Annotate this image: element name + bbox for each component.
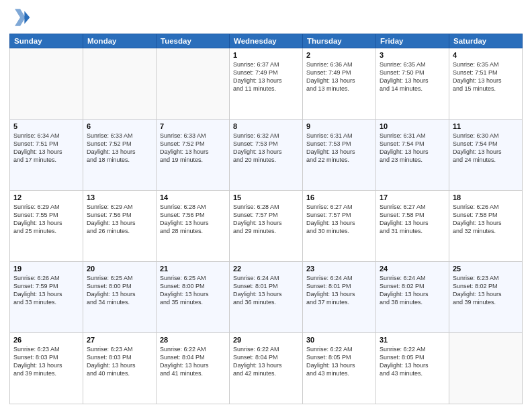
day-number: 19 xyxy=(13,265,79,273)
day-info: Sunrise: 6:37 AM Sunset: 7:49 PM Dayligh… xyxy=(233,60,299,93)
day-cell: 15Sunrise: 6:28 AM Sunset: 7:57 PM Dayli… xyxy=(230,191,303,262)
day-cell: 28Sunrise: 6:22 AM Sunset: 8:04 PM Dayli… xyxy=(157,333,230,404)
day-info: Sunrise: 6:29 AM Sunset: 7:56 PM Dayligh… xyxy=(87,203,152,236)
day-cell: 10Sunrise: 6:31 AM Sunset: 7:54 PM Dayli… xyxy=(376,120,449,191)
day-info: Sunrise: 6:22 AM Sunset: 8:04 PM Dayligh… xyxy=(160,345,226,378)
day-info: Sunrise: 6:23 AM Sunset: 8:02 PM Dayligh… xyxy=(453,274,519,307)
day-info: Sunrise: 6:31 AM Sunset: 7:53 PM Dayligh… xyxy=(306,132,372,165)
week-row-2: 12Sunrise: 6:29 AM Sunset: 7:55 PM Dayli… xyxy=(10,191,523,262)
day-info: Sunrise: 6:35 AM Sunset: 7:50 PM Dayligh… xyxy=(380,60,445,93)
day-cell: 2Sunrise: 6:36 AM Sunset: 7:49 PM Daylig… xyxy=(303,48,376,120)
day-number: 14 xyxy=(160,193,226,201)
day-cell: 30Sunrise: 6:22 AM Sunset: 8:05 PM Dayli… xyxy=(303,333,376,404)
week-row-0: 1Sunrise: 6:37 AM Sunset: 7:49 PM Daylig… xyxy=(10,48,523,120)
day-info: Sunrise: 6:22 AM Sunset: 8:04 PM Dayligh… xyxy=(233,345,299,378)
day-info: Sunrise: 6:33 AM Sunset: 7:52 PM Dayligh… xyxy=(160,132,226,165)
day-cell xyxy=(157,48,230,120)
day-cell: 20Sunrise: 6:25 AM Sunset: 8:00 PM Dayli… xyxy=(83,262,157,333)
day-info: Sunrise: 6:33 AM Sunset: 7:52 PM Dayligh… xyxy=(87,132,152,165)
day-number: 3 xyxy=(380,51,445,59)
day-number: 13 xyxy=(87,193,152,201)
day-number: 12 xyxy=(13,193,79,201)
day-cell: 1Sunrise: 6:37 AM Sunset: 7:49 PM Daylig… xyxy=(230,48,303,120)
day-info: Sunrise: 6:25 AM Sunset: 8:00 PM Dayligh… xyxy=(87,274,152,307)
page: SundayMondayTuesdayWednesdayThursdayFrid… xyxy=(0,0,532,411)
day-info: Sunrise: 6:23 AM Sunset: 8:03 PM Dayligh… xyxy=(87,345,152,378)
day-number: 8 xyxy=(233,122,299,130)
day-number: 21 xyxy=(160,265,226,273)
day-number: 10 xyxy=(380,122,445,130)
day-info: Sunrise: 6:24 AM Sunset: 8:02 PM Dayligh… xyxy=(380,274,445,307)
day-cell: 14Sunrise: 6:28 AM Sunset: 7:56 PM Dayli… xyxy=(157,191,230,262)
day-cell: 24Sunrise: 6:24 AM Sunset: 8:02 PM Dayli… xyxy=(376,262,449,333)
day-cell: 18Sunrise: 6:26 AM Sunset: 7:58 PM Dayli… xyxy=(449,191,523,262)
day-info: Sunrise: 6:32 AM Sunset: 7:53 PM Dayligh… xyxy=(233,132,299,165)
day-number: 30 xyxy=(306,336,372,344)
day-info: Sunrise: 6:35 AM Sunset: 7:51 PM Dayligh… xyxy=(453,60,519,93)
logo xyxy=(9,7,34,28)
day-info: Sunrise: 6:26 AM Sunset: 7:58 PM Dayligh… xyxy=(453,203,519,236)
day-info: Sunrise: 6:36 AM Sunset: 7:49 PM Dayligh… xyxy=(306,60,372,93)
day-number: 29 xyxy=(233,336,299,344)
calendar-header: SundayMondayTuesdayWednesdayThursdayFrid… xyxy=(10,34,523,48)
day-info: Sunrise: 6:30 AM Sunset: 7:54 PM Dayligh… xyxy=(453,132,519,165)
week-row-3: 19Sunrise: 6:26 AM Sunset: 7:59 PM Dayli… xyxy=(10,262,523,333)
day-number: 22 xyxy=(233,265,299,273)
week-row-1: 5Sunrise: 6:34 AM Sunset: 7:51 PM Daylig… xyxy=(10,120,523,191)
day-info: Sunrise: 6:29 AM Sunset: 7:55 PM Dayligh… xyxy=(13,203,79,236)
day-cell: 5Sunrise: 6:34 AM Sunset: 7:51 PM Daylig… xyxy=(10,120,83,191)
day-number: 23 xyxy=(306,265,372,273)
day-info: Sunrise: 6:31 AM Sunset: 7:54 PM Dayligh… xyxy=(380,132,445,165)
header-cell-sunday: Sunday xyxy=(10,34,83,48)
day-info: Sunrise: 6:25 AM Sunset: 8:00 PM Dayligh… xyxy=(160,274,226,307)
day-number: 7 xyxy=(160,122,226,130)
day-number: 6 xyxy=(87,122,152,130)
day-cell: 11Sunrise: 6:30 AM Sunset: 7:54 PM Dayli… xyxy=(449,120,523,191)
day-cell xyxy=(83,48,157,120)
day-number: 18 xyxy=(453,193,519,201)
day-info: Sunrise: 6:27 AM Sunset: 7:58 PM Dayligh… xyxy=(380,203,445,236)
header-row: SundayMondayTuesdayWednesdayThursdayFrid… xyxy=(10,34,523,48)
day-cell: 13Sunrise: 6:29 AM Sunset: 7:56 PM Dayli… xyxy=(83,191,157,262)
day-number: 11 xyxy=(453,122,519,130)
day-info: Sunrise: 6:22 AM Sunset: 8:05 PM Dayligh… xyxy=(380,345,445,378)
week-row-4: 26Sunrise: 6:23 AM Sunset: 8:03 PM Dayli… xyxy=(10,333,523,404)
day-number: 31 xyxy=(380,336,445,344)
day-info: Sunrise: 6:27 AM Sunset: 7:57 PM Dayligh… xyxy=(306,203,372,236)
day-number: 1 xyxy=(233,51,299,59)
day-cell: 29Sunrise: 6:22 AM Sunset: 8:04 PM Dayli… xyxy=(230,333,303,404)
day-info: Sunrise: 6:28 AM Sunset: 7:56 PM Dayligh… xyxy=(160,203,226,236)
day-cell xyxy=(10,48,83,120)
day-info: Sunrise: 6:22 AM Sunset: 8:05 PM Dayligh… xyxy=(306,345,372,378)
header-cell-tuesday: Tuesday xyxy=(157,34,230,48)
header-cell-friday: Friday xyxy=(376,34,449,48)
day-info: Sunrise: 6:23 AM Sunset: 8:03 PM Dayligh… xyxy=(13,345,79,378)
day-cell: 31Sunrise: 6:22 AM Sunset: 8:05 PM Dayli… xyxy=(376,333,449,404)
day-number: 28 xyxy=(160,336,226,344)
logo-icon xyxy=(9,7,31,28)
day-info: Sunrise: 6:24 AM Sunset: 8:01 PM Dayligh… xyxy=(233,274,299,307)
day-cell: 9Sunrise: 6:31 AM Sunset: 7:53 PM Daylig… xyxy=(303,120,376,191)
day-info: Sunrise: 6:24 AM Sunset: 8:01 PM Dayligh… xyxy=(306,274,372,307)
header-cell-monday: Monday xyxy=(83,34,157,48)
day-cell: 26Sunrise: 6:23 AM Sunset: 8:03 PM Dayli… xyxy=(10,333,83,404)
day-cell: 23Sunrise: 6:24 AM Sunset: 8:01 PM Dayli… xyxy=(303,262,376,333)
day-number: 2 xyxy=(306,51,372,59)
day-cell: 16Sunrise: 6:27 AM Sunset: 7:57 PM Dayli… xyxy=(303,191,376,262)
day-cell: 22Sunrise: 6:24 AM Sunset: 8:01 PM Dayli… xyxy=(230,262,303,333)
day-cell: 27Sunrise: 6:23 AM Sunset: 8:03 PM Dayli… xyxy=(83,333,157,404)
day-number: 4 xyxy=(453,51,519,59)
calendar-table: SundayMondayTuesdayWednesdayThursdayFrid… xyxy=(9,34,523,404)
day-number: 24 xyxy=(380,265,445,273)
day-number: 20 xyxy=(87,265,152,273)
day-cell xyxy=(449,333,523,404)
day-info: Sunrise: 6:26 AM Sunset: 7:59 PM Dayligh… xyxy=(13,274,79,307)
day-number: 16 xyxy=(306,193,372,201)
day-number: 17 xyxy=(380,193,445,201)
day-cell: 21Sunrise: 6:25 AM Sunset: 8:00 PM Dayli… xyxy=(157,262,230,333)
svg-marker-1 xyxy=(15,9,26,26)
day-cell: 12Sunrise: 6:29 AM Sunset: 7:55 PM Dayli… xyxy=(10,191,83,262)
day-cell: 25Sunrise: 6:23 AM Sunset: 8:02 PM Dayli… xyxy=(449,262,523,333)
day-number: 15 xyxy=(233,193,299,201)
day-cell: 17Sunrise: 6:27 AM Sunset: 7:58 PM Dayli… xyxy=(376,191,449,262)
